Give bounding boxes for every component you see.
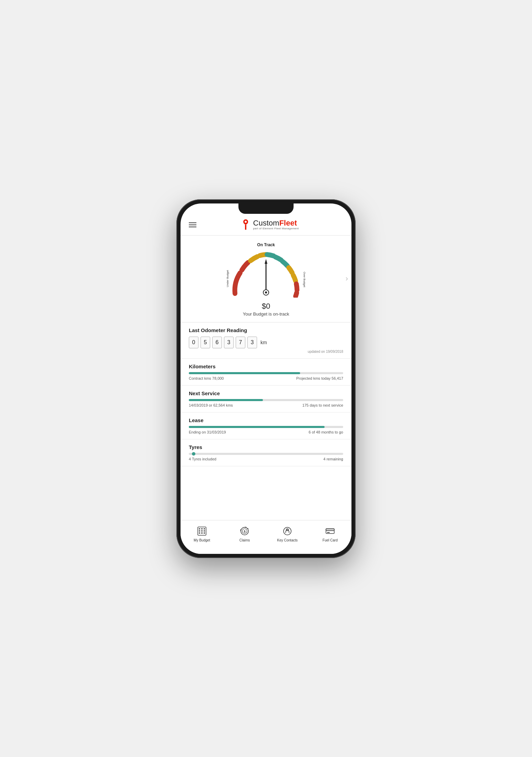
logo-main: CustomFleet (253, 219, 297, 227)
phone-notch (238, 203, 294, 214)
kilometers-meta: Contract kms 78,000 Projected kms today … (189, 376, 343, 380)
logo-text: CustomFleet part of Element Fleet Manage… (253, 219, 299, 230)
next-service-title: Next Service (189, 390, 343, 396)
svg-rect-8 (201, 528, 203, 529)
lease-progress-fill (189, 426, 325, 428)
tyres-label-right: 4 remaining (324, 457, 343, 461)
gauge-svg (221, 249, 311, 298)
key-contacts-icon (282, 525, 293, 537)
odometer-section: Last Odometer Reading 0 5 6 3 7 3 km upd… (181, 322, 351, 359)
bottom-nav: My Budget $ Claims (181, 520, 351, 554)
logo-part2: Fleet (279, 219, 297, 227)
kilometers-section: Kilometers Contract kms 78,000 Projected… (181, 359, 351, 386)
odometer-unit: km (260, 340, 267, 345)
next-service-meta: 14/03/2019 or 62,564 kms 175 days to nex… (189, 403, 343, 407)
svg-rect-15 (204, 532, 205, 534)
lease-title: Lease (189, 417, 343, 423)
nav-label-my-budget: My Budget (194, 538, 210, 542)
my-budget-icon (196, 525, 208, 537)
svg-rect-0 (245, 225, 246, 230)
lease-section: Lease Ending on 31/03/2019 6 of 48 month… (181, 412, 351, 439)
lease-progress-track (189, 426, 343, 428)
nav-item-claims[interactable]: $ Claims (223, 524, 266, 544)
svg-rect-23 (327, 532, 330, 533)
content-area: Last Odometer Reading 0 5 6 3 7 3 km upd… (181, 322, 351, 520)
gauge-container: On Track Under Budget Over Budget (221, 242, 311, 298)
logo-area: CustomFleet part of Element Fleet Manage… (196, 219, 343, 231)
kilometers-label-left: Contract kms 78,000 (189, 376, 224, 380)
next-service-section: Next Service 14/03/2019 or 62,564 kms 17… (181, 386, 351, 412)
svg-rect-14 (201, 532, 203, 534)
lease-label-right: 6 of 48 months to go (309, 430, 343, 434)
logo-part1: Custom (253, 219, 279, 227)
phone-frame: CustomFleet part of Element Fleet Manage… (176, 199, 356, 558)
nav-label-key-contacts: Key Contacts (277, 538, 297, 542)
svg-rect-12 (204, 530, 205, 531)
svg-rect-10 (199, 530, 200, 531)
odometer-title: Last Odometer Reading (189, 327, 343, 333)
nav-item-key-contacts[interactable]: Key Contacts (266, 524, 309, 544)
budget-amount: $0 (262, 302, 270, 311)
kilometers-progress-fill (189, 372, 300, 374)
tyres-label-left: 4 Tyres included (189, 457, 216, 461)
claims-icon: $ (239, 525, 250, 537)
svg-rect-9 (204, 528, 205, 529)
kilometers-progress-track (189, 372, 343, 374)
tyres-section: Tyres 4 Tyres included 4 remaining (181, 439, 351, 466)
svg-rect-7 (199, 528, 200, 529)
nav-label-claims: Claims (239, 538, 250, 542)
next-service-label-left: 14/03/2019 or 62,564 kms (189, 403, 233, 407)
svg-point-5 (265, 291, 267, 293)
odometer-digit-1: 5 (201, 337, 210, 348)
odometer-display: 0 5 6 3 7 3 km (189, 337, 343, 348)
lease-meta: Ending on 31/03/2019 6 of 48 months to g… (189, 430, 343, 434)
tyres-progress-dot (192, 452, 195, 456)
next-service-progress-track (189, 399, 343, 401)
gauge-section: On Track Under Budget Over Budget (181, 236, 351, 322)
odometer-digit-3: 3 (224, 337, 234, 348)
fuel-card-icon (324, 525, 336, 537)
odometer-digit-5: 3 (247, 337, 257, 348)
svg-rect-11 (201, 530, 203, 531)
gauge-on-track-label: On Track (257, 242, 275, 247)
next-service-label-right: 175 days to next service (302, 403, 343, 407)
nav-label-fuel-card: Fuel Card (323, 538, 338, 542)
odometer-digit-4: 7 (236, 337, 245, 348)
tyres-title: Tyres (189, 444, 343, 450)
kilometers-title: Kilometers (189, 363, 343, 369)
svg-marker-3 (265, 259, 267, 264)
odometer-updated: updated on 19/09/2018 (189, 350, 343, 353)
hamburger-button[interactable] (189, 222, 196, 227)
kilometers-label-right: Projected kms today 56,417 (296, 376, 343, 380)
next-service-progress-fill (189, 399, 263, 401)
gauge-chevron-right[interactable]: › (346, 274, 348, 283)
odometer-digit-0: 0 (189, 337, 198, 348)
phone-screen: CustomFleet part of Element Fleet Manage… (181, 203, 351, 554)
tyres-meta: 4 Tyres included 4 remaining (189, 457, 343, 461)
nav-item-fuel-card[interactable]: Fuel Card (309, 524, 351, 544)
budget-status: Your Budget is on-track (243, 311, 289, 317)
lease-label-left: Ending on 31/03/2019 (189, 430, 226, 434)
logo-icon (241, 219, 250, 231)
svg-text:$: $ (244, 530, 245, 533)
svg-rect-13 (199, 532, 200, 534)
nav-item-my-budget[interactable]: My Budget (181, 524, 223, 544)
tyres-progress-track (189, 453, 343, 455)
logo-subtitle: part of Element Fleet Management (253, 227, 299, 230)
svg-point-1 (245, 221, 247, 223)
odometer-digit-2: 6 (212, 337, 222, 348)
